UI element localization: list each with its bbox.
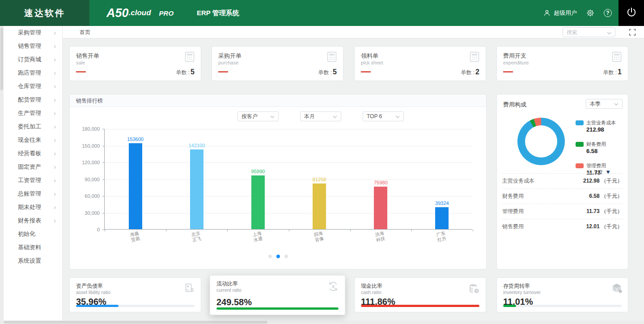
panel-title: 费用构成 — [503, 101, 526, 109]
sidebar-item-财务报表[interactable]: 财务报表› — [4, 214, 62, 227]
scrollbar-thumb[interactable] — [4, 321, 267, 324]
sidebar-item-生产管理[interactable]: 生产管理› — [4, 107, 62, 120]
sidebar-item-label: 基础资料 — [18, 241, 41, 254]
carousel-dot-2[interactable] — [276, 255, 280, 258]
sidebar-item-工资管理[interactable]: 工资管理› — [4, 174, 62, 187]
sidebar-item-初始化[interactable]: 初始化 — [4, 227, 62, 241]
stat-card-count: 单数 :2 — [461, 68, 479, 77]
help-icon[interactable]: ? — [604, 9, 612, 17]
y-tick-label: 150,000 — [72, 143, 100, 149]
chevron-right-icon: › — [54, 40, 56, 52]
ratio-subtitle: inventory turnover — [503, 290, 541, 295]
stat-card-title: 采购开单 — [218, 52, 242, 60]
scrollbar-thumb[interactable] — [0, 28, 3, 90]
sidebar-item-label: 仓库管理 — [18, 80, 41, 93]
tab-home[interactable]: 首页 — [80, 26, 90, 38]
system-name: ERP 管理系统 — [197, 0, 239, 26]
x-category-label: 广东红升 — [423, 228, 460, 246]
settings-gear-icon[interactable] — [586, 9, 595, 17]
expense-label: 管理费用 — [502, 208, 524, 215]
sidebar-item-销售管理[interactable]: 销售管理› — [4, 39, 62, 53]
sidebar-item-label: 总账管理 — [18, 187, 41, 200]
user-menu-button[interactable]: 超级用户 — [543, 9, 577, 17]
expense-label: 主营业务成本 — [502, 177, 534, 185]
vertical-scrollbar[interactable] — [0, 26, 4, 324]
sidebar-item-总账管理[interactable]: 总账管理› — [4, 187, 62, 200]
chevron-right-icon: › — [54, 174, 56, 187]
progress-fill — [216, 307, 339, 310]
chevron-right-icon: › — [54, 107, 56, 119]
calculator-icon — [469, 51, 480, 64]
expense-row: 管理费用11.73 （千元） — [502, 204, 623, 219]
carousel-dot-3[interactable] — [284, 255, 288, 258]
ratio-title: 存货周转率 — [503, 282, 530, 290]
stat-card-purchase[interactable]: 采购开单 purchase 单数 :5 — [212, 46, 343, 81]
search-select[interactable]: 搜索 — [563, 27, 615, 37]
sidebar-item-label: 期末处理 — [18, 200, 41, 214]
calculator-icon — [326, 51, 338, 64]
product-name: A50 — [106, 6, 129, 20]
erp-dashboard: 速达软件 A50.cloud PRO ERP 管理系统 超级用户 ? 采购管理 — [0, 0, 644, 324]
legend-value: 6.58 — [586, 148, 616, 154]
ratio-card-inventory-turnover[interactable]: 存货周转率 inventory turnover 11.01% — [496, 277, 628, 312]
stat-card-title: 费用开支 — [503, 52, 526, 60]
ratio-title: 流动比率 — [216, 280, 238, 288]
expense-period-select[interactable]: 本季 — [586, 99, 623, 109]
x-tick — [473, 230, 473, 231]
fullscreen-icon[interactable] — [629, 29, 636, 38]
stat-card-title: 销售开单 — [76, 52, 99, 60]
logout-power-button[interactable] — [619, 0, 644, 26]
calculator-icon — [184, 51, 195, 64]
sidebar-item-label: 工资管理 — [18, 174, 41, 187]
chevron-down-icon — [614, 101, 619, 107]
expense-composition-panel: 费用构成 本季 主营业务成本212.98财务费用6.58管理费用11.73 ▲ … — [496, 94, 628, 269]
sidebar-item-采购管理[interactable]: 采购管理› — [4, 26, 62, 39]
carousel-dot-1[interactable] — [268, 255, 272, 258]
stat-card-pick-sheet[interactable]: 领料单 pick sheet 单数 :2 — [354, 46, 486, 81]
sidebar-item-跑店管理[interactable]: 跑店管理› — [4, 66, 62, 80]
sidebar-item-仓库管理[interactable]: 仓库管理› — [4, 80, 62, 93]
stat-card-count: 单数 :5 — [318, 68, 337, 77]
ratio-card-asset-liability[interactable]: 资产负债率 asset libility ratio 35.96% — [69, 277, 201, 312]
chevron-right-icon: › — [54, 201, 56, 213]
stat-card-subtitle: expenditure — [503, 60, 529, 65]
sidebar-item-订货商城[interactable]: 订货商城› — [4, 53, 62, 66]
stat-card-sale[interactable]: 销售开单 sale 单数 :5 — [69, 46, 201, 81]
sidebar-item-label: 初始化 — [18, 227, 35, 241]
expense-donut-chart — [517, 118, 565, 165]
sidebar-item-基础资料[interactable]: 基础资料 — [4, 241, 62, 254]
ratio-value: 249.58% — [216, 297, 252, 307]
x-category-label: 四海音像 — [300, 228, 337, 246]
sidebar-item-系统设置[interactable]: 系统设置 — [4, 254, 62, 268]
chevron-right-icon: › — [54, 214, 56, 227]
stat-card-expenditure[interactable]: 费用开支 expenditure 单数 :1 — [496, 46, 628, 81]
horizontal-scrollbar[interactable] — [0, 320, 644, 324]
calculator-icon — [611, 51, 623, 64]
sidebar-item-经营看板[interactable]: 经营看板› — [4, 147, 62, 160]
expense-row-list: 主营业务成本212.98 （千元）财务费用6.58 （千元）管理费用11.73 … — [497, 173, 628, 234]
sidebar-item-现金往来[interactable]: 现金往来› — [4, 133, 62, 147]
sidebar-item-配货管理[interactable]: 配货管理› — [4, 93, 62, 107]
sidebar-item-label: 委托加工 — [18, 120, 41, 133]
sidebar-item-期末处理[interactable]: 期末处理› — [4, 200, 62, 214]
product-brand: A50.cloud PRO — [106, 0, 174, 26]
expense-value: 12.01 （千元） — [586, 223, 623, 230]
x-category-label: 洪海科技 — [362, 228, 399, 246]
chevron-right-icon: › — [54, 134, 56, 146]
sidebar-item-委托加工[interactable]: 委托加工› — [4, 120, 62, 133]
sidebar-item-label: 订货商城 — [18, 53, 41, 66]
ratio-card-current-ratio[interactable]: 流动比率 current ratio 249.58% — [210, 275, 345, 315]
x-axis-labels: 海鑫贸易北京正飞上海水通四海音像洪海科技广东红升 — [104, 94, 472, 269]
stat-card-title: 领料单 — [361, 52, 378, 60]
sidebar: 采购管理›销售管理›订货商城›跑店管理›仓库管理›配货管理›生产管理›委托加工›… — [4, 26, 63, 320]
sidebar-item-固定资产[interactable]: 固定资产› — [4, 160, 62, 174]
expense-label: 销售费用 — [502, 223, 524, 230]
ratio-card-cash-ratio[interactable]: 现金比率 cash ratio 111.86% — [354, 277, 486, 312]
stat-card-subtitle: sale — [76, 60, 85, 65]
legend-top: 财务费用 — [576, 141, 616, 148]
box-icon — [611, 282, 623, 296]
legend-name: 管理费用 — [586, 162, 606, 169]
progress-track — [76, 305, 195, 307]
ratio-title: 资产负债率 — [76, 282, 103, 290]
legend-item: 主营业务成本212.98 — [576, 119, 616, 133]
